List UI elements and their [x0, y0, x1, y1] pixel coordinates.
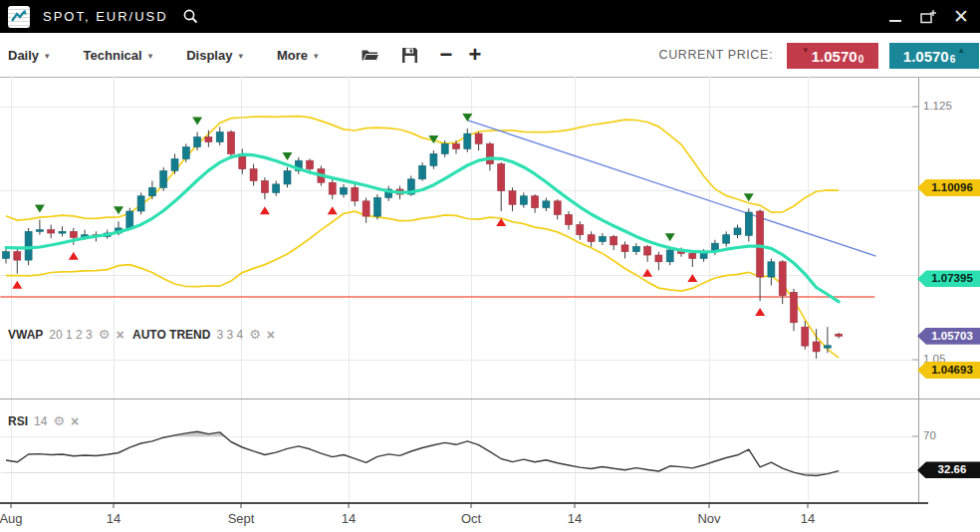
window-controls: ✕: [886, 0, 970, 33]
vwap-label: VWAP: [8, 328, 43, 342]
rsi-label: RSI: [8, 414, 28, 428]
rsi-params: 14: [34, 414, 47, 428]
chevron-down-icon: ▾: [238, 49, 243, 61]
chevron-down-icon: ▾: [148, 49, 153, 61]
app-logo-icon: [8, 6, 30, 28]
vwap-indicator-legend: VWAP 20 1 2 3 ⚙ ×: [8, 328, 124, 342]
zoom-out-button[interactable]: −: [440, 45, 453, 65]
popout-button[interactable]: [919, 8, 937, 26]
bid-price-pip: 0: [858, 54, 864, 65]
chevron-down-icon: ▾: [314, 49, 319, 61]
autotrend-remove-icon[interactable]: ×: [267, 329, 275, 341]
timeframe-menu[interactable]: Daily ▾: [8, 48, 50, 63]
autotrend-indicator-legend: AUTO TREND 3 3 4 ⚙ ×: [132, 328, 275, 342]
ask-price-badge[interactable]: 1.0570 6 ▲: [889, 43, 979, 69]
autotrend-params: 3 3 4: [216, 328, 243, 342]
vwap-params: 20 1 2 3: [49, 328, 92, 342]
vwap-settings-gear-icon[interactable]: ⚙: [99, 329, 111, 341]
current-price-label: CURRENT PRICE:: [659, 33, 773, 77]
arrow-up-icon: ▲: [957, 46, 965, 55]
chart-canvas[interactable]: [0, 77, 980, 532]
vwap-remove-icon[interactable]: ×: [116, 329, 123, 341]
chevron-down-icon: ▾: [45, 49, 50, 61]
toolbar: Daily ▾ Technical ▾ Display ▾ More ▾: [0, 33, 980, 78]
ask-price-value: 1.0570: [903, 48, 949, 65]
autotrend-settings-gear-icon[interactable]: ⚙: [249, 329, 261, 341]
title-bar: SPOT, EUR/USD ✕: [0, 0, 980, 33]
bid-price-badge[interactable]: ▼ 1.0570 0: [787, 43, 878, 69]
save-icon[interactable]: [401, 47, 418, 64]
minimize-button[interactable]: [886, 8, 904, 26]
autotrend-label: AUTO TREND: [132, 328, 210, 342]
display-menu[interactable]: Display ▾: [186, 48, 243, 63]
ask-price-pip: 6: [950, 54, 956, 65]
bid-price-value: 1.0570: [812, 48, 858, 65]
price-chart: [0, 77, 980, 532]
chart-application-window: SPOT, EUR/USD ✕ Daily ▾ Tec: [0, 0, 980, 532]
rsi-indicator-legend: RSI 14 ⚙ ×: [8, 414, 79, 428]
open-folder-icon[interactable]: [361, 47, 379, 63]
arrow-down-icon: ▼: [802, 46, 810, 55]
technical-menu[interactable]: Technical ▾: [84, 48, 153, 63]
zoom-in-button[interactable]: +: [468, 45, 481, 65]
window-title: SPOT, EUR/USD: [43, 9, 168, 24]
close-button[interactable]: ✕: [952, 8, 970, 26]
rsi-settings-gear-icon[interactable]: ⚙: [53, 415, 65, 427]
rsi-remove-icon[interactable]: ×: [71, 415, 79, 427]
search-icon[interactable]: [182, 8, 199, 25]
more-menu[interactable]: More ▾: [277, 48, 319, 63]
